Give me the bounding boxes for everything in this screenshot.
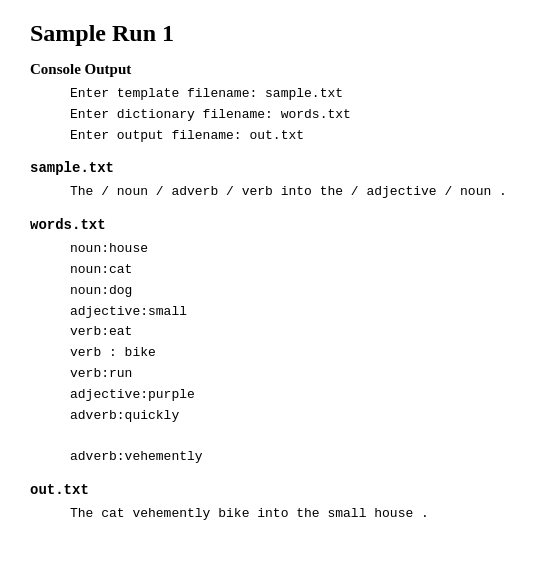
console-label: Console Output [30,61,526,78]
sample-txt-section: sample.txt The / noun / adverb / verb in… [30,160,526,203]
words-txt-line: noun:dog [70,281,526,302]
sample-txt-content: The / noun / adverb / verb into the / ad… [30,182,526,203]
words-txt-line: verb:run [70,364,526,385]
words-txt-line: verb : bike [70,343,526,364]
out-txt-content: The cat vehemently bike into the small h… [30,504,526,525]
words-txt-line: adjective:small [70,302,526,323]
console-line: Enter template filename: sample.txt [70,84,526,105]
words-txt-line: adverb:quickly [70,406,526,427]
words-txt-line: adverb:vehemently [70,447,526,468]
words-txt-line: noun:cat [70,260,526,281]
words-txt-line: verb:eat [70,322,526,343]
words-txt-section: words.txt noun:housenoun:catnoun:dogadje… [30,217,526,468]
out-txt-label: out.txt [30,482,526,498]
words-txt-line [70,426,526,447]
words-txt-line: noun:house [70,239,526,260]
words-txt-content: noun:housenoun:catnoun:dogadjective:smal… [30,239,526,468]
words-txt-label: words.txt [30,217,526,233]
out-txt-section: out.txt The cat vehemently bike into the… [30,482,526,525]
page-title: Sample Run 1 [30,20,526,47]
console-output: Enter template filename: sample.txtEnter… [30,84,526,146]
sample-txt-label: sample.txt [30,160,526,176]
console-line: Enter output filename: out.txt [70,126,526,147]
words-txt-line: adjective:purple [70,385,526,406]
console-line: Enter dictionary filename: words.txt [70,105,526,126]
console-section: Console Output Enter template filename: … [30,61,526,146]
